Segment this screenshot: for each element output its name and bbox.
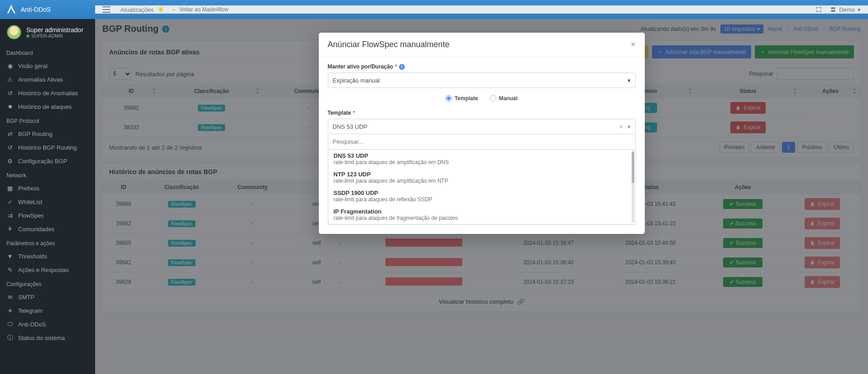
status-dot-icon <box>26 34 29 38</box>
sidebar-item-label: Prefixos <box>18 185 39 192</box>
sidebar-item-label: Anomalias Ativas <box>18 76 63 83</box>
required-icon: * <box>395 63 397 70</box>
demo-label: Demo <box>839 6 855 13</box>
sidebar-section: BGP Protocol <box>0 113 95 127</box>
nav-icon: ↺ <box>6 89 14 97</box>
sidebar-item[interactable]: ⚘Comunidades <box>0 222 95 236</box>
nav-icon: ⇉ <box>6 212 14 219</box>
updates-link[interactable]: Atualizações <box>120 5 165 14</box>
user-block: Super administrador SUPER-ADMIN <box>0 19 95 45</box>
sidebar-item-label: Histórico de ataques <box>18 103 72 110</box>
chevron-down-icon[interactable]: ▾ <box>628 123 631 130</box>
sidebar-item[interactable]: 🛡Anti-DDoS <box>0 317 95 331</box>
sidebar-item[interactable]: ▼Thresholds <box>0 249 95 263</box>
svg-rect-9 <box>831 7 835 9</box>
sidebar-item-label: FlowSpec <box>18 212 44 219</box>
nav-icon: ◉ <box>6 62 14 69</box>
dropdown-option[interactable]: IP Fragmentationrate-limit para ataques … <box>328 205 635 224</box>
svg-point-0 <box>159 8 163 11</box>
radio-manual[interactable]: Manual <box>490 95 518 102</box>
sidebar-item-label: Histórico de Anomalias <box>18 90 78 97</box>
menu-toggle-icon[interactable] <box>102 6 110 13</box>
sidebar-item[interactable]: ⇄BGP Routing <box>0 127 95 141</box>
sidebar-item[interactable]: ✸Histórico de ataques <box>0 100 95 113</box>
dropdown-option[interactable]: SSDP 1900 UDPrate-limit para ataques de … <box>328 187 635 205</box>
topbar-brand: Anti-DDoS <box>0 5 95 15</box>
sidebar-item[interactable]: ▦Prefixos <box>0 181 95 195</box>
sidebar-item-label: Telegram <box>18 307 42 314</box>
sidebar-section: Parâmetros e ações <box>0 236 95 249</box>
logo-icon <box>6 5 16 15</box>
sidebar-item-label: Histórico BGP Routing <box>18 144 77 151</box>
nav-icon: ✓ <box>6 198 14 205</box>
template-dropdown: DNS 53 UDPrate-limit para ataques de amp… <box>328 150 636 225</box>
template-select[interactable]: DNS 53 UDP × ▾ <box>328 119 636 134</box>
sidebar: Super administrador SUPER-ADMIN Dashboar… <box>0 19 95 374</box>
sidebar-item[interactable]: ↺Histórico BGP Routing <box>0 141 95 154</box>
back-link[interactable]: ← Voltar ao Made4flow <box>172 6 229 13</box>
chevron-down-icon: ▾ <box>858 6 861 13</box>
user-name: Super administrador <box>26 26 83 34</box>
svg-line-7 <box>158 11 159 12</box>
nav-icon: ↺ <box>6 144 14 151</box>
scrollbar[interactable] <box>632 151 634 223</box>
svg-rect-10 <box>831 10 835 12</box>
required-icon: * <box>353 110 355 116</box>
sidebar-item[interactable]: ✎Ações e Respostas <box>0 263 95 277</box>
back-label: Voltar ao Made4flow <box>179 6 229 13</box>
sidebar-item-label: Anti-DDoS <box>18 321 46 328</box>
sidebar-item-label: Comunidades <box>18 226 54 233</box>
nav-icon: ✎ <box>6 266 14 273</box>
sidebar-item[interactable]: ⚠Anomalias Ativas <box>0 73 95 86</box>
sidebar-item[interactable]: ✉SMTP <box>0 290 95 304</box>
fullscreen-icon[interactable] <box>815 6 822 13</box>
keep-active-label: Manter ativo por/Duração * i <box>328 63 636 70</box>
nav-icon: ▼ <box>6 253 14 260</box>
sidebar-section: Configurações <box>0 277 95 290</box>
svg-line-5 <box>158 7 159 8</box>
template-search-input[interactable] <box>328 134 636 150</box>
modal-title: Anúnciar FlowSpec manualmente <box>328 40 450 49</box>
sidebar-item-label: Ações e Respostas <box>18 267 69 273</box>
sidebar-item[interactable]: ✓WhiteList <box>0 195 95 209</box>
radio-template[interactable]: Template <box>446 95 478 102</box>
sidebar-item[interactable]: ↺Histórico de Anomalias <box>0 86 95 100</box>
duration-select[interactable]: Expiração manual ▾ <box>328 73 636 88</box>
sidebar-item[interactable]: ✈Telegram <box>0 304 95 317</box>
dropdown-option[interactable]: NTP 123 UDPrate-limit para ataques de am… <box>328 168 635 187</box>
dropdown-option[interactable]: DNS 53 UDPrate-limit para ataques de amp… <box>328 150 635 168</box>
content: BGP Routing i Atualizando dado(s) em: 0m… <box>95 19 868 374</box>
nav-icon: ⇄ <box>6 130 14 137</box>
sidebar-item[interactable]: ◉Visão geral <box>0 59 95 73</box>
sidebar-item[interactable]: ⇉FlowSpec <box>0 209 95 222</box>
updates-label: Atualizações <box>120 6 154 13</box>
sidebar-section: Dashboard <box>0 45 95 59</box>
sidebar-item-label: Visão geral <box>18 63 48 69</box>
nav-icon: ✈ <box>6 307 14 314</box>
info-icon[interactable]: i <box>399 64 405 70</box>
sun-icon <box>157 5 165 14</box>
sidebar-section: Network <box>0 168 95 181</box>
template-label: Template * <box>328 110 636 116</box>
svg-line-8 <box>163 7 163 8</box>
sidebar-item-label: Configuração BGP <box>18 158 67 165</box>
nav-icon: ⚙ <box>6 157 14 165</box>
avatar <box>6 24 22 40</box>
nav-icon: ▦ <box>6 185 14 192</box>
user-role: SUPER-ADMIN <box>26 34 83 39</box>
svg-line-6 <box>163 11 163 12</box>
sidebar-item-label: Thresholds <box>18 253 47 260</box>
sidebar-item-label: WhiteList <box>18 199 42 205</box>
radio-checked-icon <box>446 95 452 102</box>
nav-icon: ⚘ <box>6 225 14 233</box>
topbar-right: Atualizações ← Voltar ao Made4flow Demo … <box>95 5 868 14</box>
user-menu[interactable]: Demo ▾ <box>830 6 861 13</box>
sidebar-item-label: Status do sistema <box>18 335 65 341</box>
clear-icon[interactable]: × <box>619 123 623 130</box>
brand-name: Anti-DDoS <box>21 6 51 13</box>
nav-icon: ✸ <box>6 103 14 110</box>
sidebar-item[interactable]: ⚙Configuração BGP <box>0 154 95 168</box>
close-icon[interactable]: × <box>631 40 636 49</box>
sidebar-item-label: SMTP <box>18 294 34 301</box>
sidebar-item[interactable]: ⓘStatus do sistema <box>0 331 95 345</box>
